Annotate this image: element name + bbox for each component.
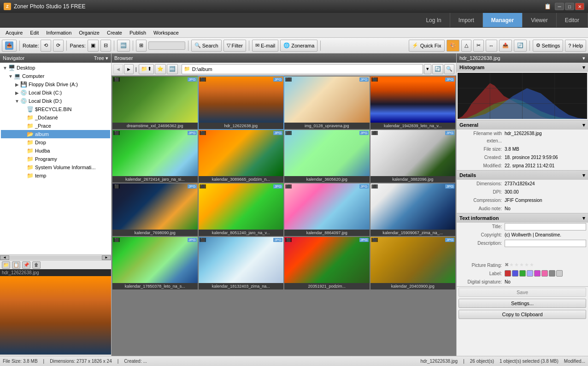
nav-hscrollbar[interactable]: ◄ ► xyxy=(0,254,111,260)
thumb-kal15909[interactable]: JPG ⬛ kalendar_15909067_zima_na_... xyxy=(370,183,456,236)
favorite-button[interactable]: ⭐ xyxy=(155,64,166,74)
quickfix-button[interactable]: ⚡ Quick Fix xyxy=(409,40,445,52)
sync-button[interactable]: 🔄 xyxy=(514,40,527,52)
minimize-button[interactable]: ─ xyxy=(555,3,564,10)
menu-edit[interactable]: Edit xyxy=(26,28,42,37)
label-red[interactable] xyxy=(505,270,511,277)
details-header[interactable]: Details ▾ xyxy=(457,171,588,180)
file-tree[interactable]: ▼ 🖥️ Desktop ▼ 💻 Computer ▶ 💾 Floppy Dis… xyxy=(0,63,111,254)
title-field-input[interactable] xyxy=(505,223,586,230)
nav-delete-btn[interactable]: 🗑 xyxy=(32,261,41,269)
tab-import[interactable]: Import xyxy=(450,13,483,27)
panes-dual-button[interactable]: ⊟ xyxy=(100,40,111,52)
effects-button[interactable]: △ xyxy=(461,40,471,52)
copy-to-clipboard-button[interactable]: Copy to Clipboard xyxy=(459,310,586,319)
view-button[interactable]: ⊞ xyxy=(136,40,147,52)
thumb-kal8864[interactable]: JPG ⬛ kalendar_8864097.jpg xyxy=(284,183,370,236)
star-5[interactable]: ★ xyxy=(529,262,534,268)
textinfo-header[interactable]: Text information ▾ xyxy=(457,213,588,223)
menu-organize[interactable]: Organize xyxy=(75,28,103,37)
thumbnail-grid[interactable]: JPG ⬛ dreamstime_xxl_24696362.jpg JPG ⬛ … xyxy=(112,76,456,366)
sort-order-button[interactable]: 🔤 xyxy=(167,64,178,74)
tree-item-d[interactable]: ▼ 💿 Local Disk (D:) xyxy=(1,97,110,105)
settings-button[interactable]: Settings... xyxy=(459,299,586,308)
thumb-20351921[interactable]: JPG ⬛ 20351921_podzim... xyxy=(284,237,370,289)
tab-editor[interactable]: Editor xyxy=(557,13,588,27)
description-input[interactable] xyxy=(505,240,586,247)
rotate-right-button[interactable]: ⟳ xyxy=(53,40,64,52)
tab-viewer[interactable]: Viewer xyxy=(523,13,556,27)
label-gray[interactable] xyxy=(549,270,555,277)
export-button[interactable]: 📤 xyxy=(499,40,512,52)
nav-new-folder-btn[interactable]: 📁 xyxy=(2,261,10,269)
settings-button[interactable]: ⚙ Settings xyxy=(533,40,564,52)
path-dropdown-button[interactable]: ▾ xyxy=(424,64,431,74)
tree-item-temp[interactable]: 📁 temp xyxy=(1,171,110,180)
tab-login[interactable]: Log In xyxy=(417,13,450,27)
path-bar[interactable]: 📁 D:\album xyxy=(182,64,423,74)
thumb-kal2672[interactable]: JPG ⬛ kalendar_2672414_jaro_na_si... xyxy=(112,130,198,183)
label-colors[interactable] xyxy=(505,270,563,277)
menu-create[interactable]: Create xyxy=(103,28,126,37)
star-4[interactable]: ★ xyxy=(524,262,529,268)
back-button[interactable]: ◄ xyxy=(113,64,123,74)
nav-copy-btn[interactable]: 📋 xyxy=(12,261,20,269)
star-3[interactable]: ★ xyxy=(519,262,524,268)
thumb-kal3882[interactable]: JPG ⬛ kalendar_3882096.jpg xyxy=(370,130,456,183)
thumb-kal3089[interactable]: JPG ⬛ kalendar_3089665_podzim_n... xyxy=(199,130,284,183)
menu-information[interactable]: Information xyxy=(42,28,75,37)
thumb-kal8051[interactable]: JPG ⬛ kalendar_8051240_jaro_na_v... xyxy=(199,183,284,236)
label-purple[interactable] xyxy=(534,270,541,277)
menu-publish[interactable]: Publish xyxy=(126,28,150,37)
panes-single-button[interactable]: ▣ xyxy=(88,40,99,52)
label-white[interactable] xyxy=(556,270,563,277)
menu-workspace[interactable]: Workspace xyxy=(150,28,182,37)
rating-stars[interactable]: ✖ ★ ★ ★ ★ ★ xyxy=(505,262,534,268)
rotate-left-button[interactable]: ⟲ xyxy=(41,40,51,52)
label-pink[interactable] xyxy=(541,270,548,277)
histogram-header[interactable]: Histogram ▾ xyxy=(457,63,588,72)
resize-button[interactable]: ↔ xyxy=(486,40,497,52)
tree-item-desktop[interactable]: ▼ 🖥️ Desktop xyxy=(1,64,110,72)
tree-item-recycle[interactable]: 🗑️ $RECYCLE.BIN xyxy=(1,105,110,113)
search-button[interactable]: 🔍 Search xyxy=(191,40,222,52)
thumb-hdr[interactable]: JPG ⬛ hdr_12622638.jpg xyxy=(199,77,284,129)
thumb-kal18132[interactable]: JPG ⬛ kalendar_18132403_zima_na... xyxy=(199,237,284,289)
tree-item-programy[interactable]: 📁 Programy xyxy=(1,155,110,163)
tree-item-computer[interactable]: ▼ 💻 Computer xyxy=(1,72,110,80)
nav-paste-btn[interactable]: 📌 xyxy=(22,261,30,269)
zoom-slider[interactable] xyxy=(148,41,185,50)
acquire-button[interactable]: 📥 xyxy=(2,40,17,52)
sort-button[interactable]: 🔤 xyxy=(117,40,130,52)
tree-item-drop[interactable]: 📁 Drop xyxy=(1,138,110,147)
maximize-button[interactable]: □ xyxy=(565,3,574,10)
refresh-button[interactable]: 🔄 xyxy=(432,64,443,74)
scroll-left-btn[interactable]: ◄ xyxy=(0,255,9,260)
folder-up-button[interactable]: 📁⬆ xyxy=(139,64,154,74)
tree-item-album[interactable]: 📂 album xyxy=(1,130,110,138)
label-green[interactable] xyxy=(519,270,526,277)
browser-search-button[interactable]: 🔍 xyxy=(444,64,454,74)
color-button[interactable]: 🎨 xyxy=(447,40,459,52)
tree-item-prace[interactable]: 📁 _Prace xyxy=(1,122,110,130)
tree-item-c[interactable]: ▶ 💿 Local Disk (C:) xyxy=(1,89,110,97)
thumb-kal20403[interactable]: JPG ⬛ kalendar_20403900.jpg xyxy=(370,237,456,289)
crop-button[interactable]: ✂ xyxy=(473,40,484,52)
tree-item-hudba[interactable]: 📁 Hudba xyxy=(1,147,110,155)
zonerama-button[interactable]: 🌐 Zonerama xyxy=(280,40,318,52)
rating-x[interactable]: ✖ xyxy=(505,262,509,268)
thumb-img0128[interactable]: JPG ⬛ img_0128_upravena.jpg xyxy=(284,77,370,129)
tree-item-sysvolinfo[interactable]: 📁 System Volume Informati... xyxy=(1,163,110,171)
help-button[interactable]: ? Help xyxy=(565,40,586,52)
thumb-kal3605[interactable]: JPG ⬛ kalendar_3605620.jpg xyxy=(284,130,370,183)
thumb-kal17850[interactable]: JPG ⬛ kalendar_17850378_leto_na_s... xyxy=(112,237,198,289)
close-button[interactable]: ✕ xyxy=(575,3,584,10)
star-1[interactable]: ★ xyxy=(509,262,514,268)
thumb-kal1942[interactable]: JPG ⬛ kalendar_1942839_leto_na_v... xyxy=(370,77,456,129)
tab-manager[interactable]: Manager xyxy=(483,13,523,27)
star-2[interactable]: ★ xyxy=(514,262,519,268)
thumb-dreamstime[interactable]: JPG ⬛ dreamstime_xxl_24696362.jpg xyxy=(112,77,198,129)
forward-button[interactable]: ► xyxy=(124,64,134,74)
label-lightblue[interactable] xyxy=(527,270,533,277)
menu-acquire[interactable]: Acquire xyxy=(2,28,26,37)
